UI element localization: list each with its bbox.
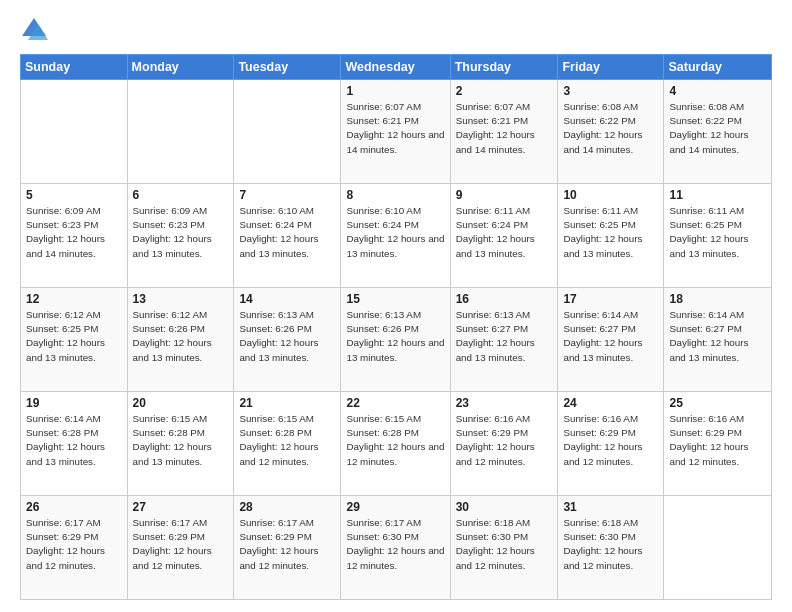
calendar-cell: [127, 80, 234, 184]
day-info: Sunrise: 6:09 AMSunset: 6:23 PMDaylight:…: [26, 204, 122, 261]
page: SundayMondayTuesdayWednesdayThursdayFrid…: [0, 0, 792, 612]
calendar-cell: 25Sunrise: 6:16 AMSunset: 6:29 PMDayligh…: [664, 392, 772, 496]
calendar-cell: 1Sunrise: 6:07 AMSunset: 6:21 PMDaylight…: [341, 80, 450, 184]
day-number: 19: [26, 396, 122, 410]
day-info: Sunrise: 6:14 AMSunset: 6:27 PMDaylight:…: [563, 308, 658, 365]
day-info: Sunrise: 6:13 AMSunset: 6:26 PMDaylight:…: [239, 308, 335, 365]
calendar-cell: 13Sunrise: 6:12 AMSunset: 6:26 PMDayligh…: [127, 288, 234, 392]
day-info: Sunrise: 6:13 AMSunset: 6:27 PMDaylight:…: [456, 308, 553, 365]
calendar-week-4: 19Sunrise: 6:14 AMSunset: 6:28 PMDayligh…: [21, 392, 772, 496]
day-number: 8: [346, 188, 444, 202]
day-number: 21: [239, 396, 335, 410]
day-number: 1: [346, 84, 444, 98]
day-info: Sunrise: 6:10 AMSunset: 6:24 PMDaylight:…: [239, 204, 335, 261]
calendar-week-1: 1Sunrise: 6:07 AMSunset: 6:21 PMDaylight…: [21, 80, 772, 184]
calendar-cell: [664, 496, 772, 600]
calendar-cell: 7Sunrise: 6:10 AMSunset: 6:24 PMDaylight…: [234, 184, 341, 288]
day-number: 26: [26, 500, 122, 514]
calendar-cell: 20Sunrise: 6:15 AMSunset: 6:28 PMDayligh…: [127, 392, 234, 496]
calendar-cell: 31Sunrise: 6:18 AMSunset: 6:30 PMDayligh…: [558, 496, 664, 600]
day-info: Sunrise: 6:15 AMSunset: 6:28 PMDaylight:…: [133, 412, 229, 469]
day-info: Sunrise: 6:16 AMSunset: 6:29 PMDaylight:…: [669, 412, 766, 469]
day-info: Sunrise: 6:07 AMSunset: 6:21 PMDaylight:…: [346, 100, 444, 157]
day-number: 12: [26, 292, 122, 306]
day-number: 4: [669, 84, 766, 98]
day-info: Sunrise: 6:11 AMSunset: 6:25 PMDaylight:…: [563, 204, 658, 261]
day-info: Sunrise: 6:07 AMSunset: 6:21 PMDaylight:…: [456, 100, 553, 157]
day-number: 9: [456, 188, 553, 202]
day-number: 11: [669, 188, 766, 202]
day-number: 30: [456, 500, 553, 514]
calendar-body: 1Sunrise: 6:07 AMSunset: 6:21 PMDaylight…: [21, 80, 772, 600]
day-info: Sunrise: 6:18 AMSunset: 6:30 PMDaylight:…: [563, 516, 658, 573]
day-number: 5: [26, 188, 122, 202]
day-info: Sunrise: 6:18 AMSunset: 6:30 PMDaylight:…: [456, 516, 553, 573]
day-header-sunday: Sunday: [21, 55, 128, 80]
calendar-cell: [21, 80, 128, 184]
day-header-thursday: Thursday: [450, 55, 558, 80]
day-info: Sunrise: 6:08 AMSunset: 6:22 PMDaylight:…: [563, 100, 658, 157]
day-number: 25: [669, 396, 766, 410]
day-info: Sunrise: 6:08 AMSunset: 6:22 PMDaylight:…: [669, 100, 766, 157]
day-number: 18: [669, 292, 766, 306]
day-info: Sunrise: 6:15 AMSunset: 6:28 PMDaylight:…: [346, 412, 444, 469]
day-header-wednesday: Wednesday: [341, 55, 450, 80]
calendar-cell: 2Sunrise: 6:07 AMSunset: 6:21 PMDaylight…: [450, 80, 558, 184]
day-number: 6: [133, 188, 229, 202]
calendar-cell: 23Sunrise: 6:16 AMSunset: 6:29 PMDayligh…: [450, 392, 558, 496]
calendar-cell: 24Sunrise: 6:16 AMSunset: 6:29 PMDayligh…: [558, 392, 664, 496]
day-header-saturday: Saturday: [664, 55, 772, 80]
day-info: Sunrise: 6:14 AMSunset: 6:28 PMDaylight:…: [26, 412, 122, 469]
calendar-cell: 6Sunrise: 6:09 AMSunset: 6:23 PMDaylight…: [127, 184, 234, 288]
day-info: Sunrise: 6:14 AMSunset: 6:27 PMDaylight:…: [669, 308, 766, 365]
day-info: Sunrise: 6:17 AMSunset: 6:29 PMDaylight:…: [133, 516, 229, 573]
day-info: Sunrise: 6:11 AMSunset: 6:25 PMDaylight:…: [669, 204, 766, 261]
calendar-header: SundayMondayTuesdayWednesdayThursdayFrid…: [21, 55, 772, 80]
day-info: Sunrise: 6:09 AMSunset: 6:23 PMDaylight:…: [133, 204, 229, 261]
day-info: Sunrise: 6:17 AMSunset: 6:30 PMDaylight:…: [346, 516, 444, 573]
calendar-cell: 10Sunrise: 6:11 AMSunset: 6:25 PMDayligh…: [558, 184, 664, 288]
logo-icon: [20, 16, 48, 44]
day-number: 28: [239, 500, 335, 514]
day-number: 16: [456, 292, 553, 306]
day-info: Sunrise: 6:10 AMSunset: 6:24 PMDaylight:…: [346, 204, 444, 261]
calendar-week-2: 5Sunrise: 6:09 AMSunset: 6:23 PMDaylight…: [21, 184, 772, 288]
day-number: 22: [346, 396, 444, 410]
day-info: Sunrise: 6:17 AMSunset: 6:29 PMDaylight:…: [239, 516, 335, 573]
day-number: 2: [456, 84, 553, 98]
day-info: Sunrise: 6:16 AMSunset: 6:29 PMDaylight:…: [563, 412, 658, 469]
day-info: Sunrise: 6:15 AMSunset: 6:28 PMDaylight:…: [239, 412, 335, 469]
day-number: 23: [456, 396, 553, 410]
day-info: Sunrise: 6:12 AMSunset: 6:26 PMDaylight:…: [133, 308, 229, 365]
calendar-cell: 19Sunrise: 6:14 AMSunset: 6:28 PMDayligh…: [21, 392, 128, 496]
calendar-cell: 12Sunrise: 6:12 AMSunset: 6:25 PMDayligh…: [21, 288, 128, 392]
day-header-tuesday: Tuesday: [234, 55, 341, 80]
header: [20, 16, 772, 44]
calendar-cell: 30Sunrise: 6:18 AMSunset: 6:30 PMDayligh…: [450, 496, 558, 600]
day-info: Sunrise: 6:13 AMSunset: 6:26 PMDaylight:…: [346, 308, 444, 365]
calendar-cell: 4Sunrise: 6:08 AMSunset: 6:22 PMDaylight…: [664, 80, 772, 184]
header-row: SundayMondayTuesdayWednesdayThursdayFrid…: [21, 55, 772, 80]
day-info: Sunrise: 6:12 AMSunset: 6:25 PMDaylight:…: [26, 308, 122, 365]
calendar-table: SundayMondayTuesdayWednesdayThursdayFrid…: [20, 54, 772, 600]
day-number: 3: [563, 84, 658, 98]
day-number: 13: [133, 292, 229, 306]
calendar-cell: 28Sunrise: 6:17 AMSunset: 6:29 PMDayligh…: [234, 496, 341, 600]
calendar-cell: 16Sunrise: 6:13 AMSunset: 6:27 PMDayligh…: [450, 288, 558, 392]
day-number: 20: [133, 396, 229, 410]
day-number: 7: [239, 188, 335, 202]
calendar-cell: 17Sunrise: 6:14 AMSunset: 6:27 PMDayligh…: [558, 288, 664, 392]
day-number: 14: [239, 292, 335, 306]
calendar-cell: 26Sunrise: 6:17 AMSunset: 6:29 PMDayligh…: [21, 496, 128, 600]
calendar-cell: 8Sunrise: 6:10 AMSunset: 6:24 PMDaylight…: [341, 184, 450, 288]
day-info: Sunrise: 6:16 AMSunset: 6:29 PMDaylight:…: [456, 412, 553, 469]
calendar-cell: 27Sunrise: 6:17 AMSunset: 6:29 PMDayligh…: [127, 496, 234, 600]
day-number: 29: [346, 500, 444, 514]
calendar-cell: [234, 80, 341, 184]
calendar-cell: 29Sunrise: 6:17 AMSunset: 6:30 PMDayligh…: [341, 496, 450, 600]
day-header-friday: Friday: [558, 55, 664, 80]
day-number: 31: [563, 500, 658, 514]
calendar-cell: 11Sunrise: 6:11 AMSunset: 6:25 PMDayligh…: [664, 184, 772, 288]
day-number: 10: [563, 188, 658, 202]
day-number: 24: [563, 396, 658, 410]
